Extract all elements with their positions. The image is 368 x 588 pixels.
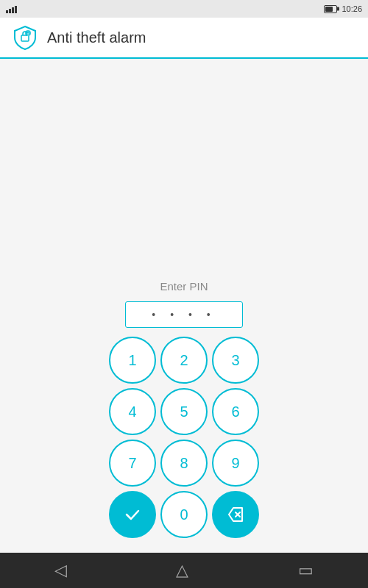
key-7[interactable]: 7 bbox=[109, 440, 156, 487]
key-8[interactable]: 8 bbox=[160, 440, 208, 487]
key-3[interactable]: 3 bbox=[212, 337, 259, 384]
main-content: Enter PIN • • • • 1 2 3 4 5 6 7 8 9 0 bbox=[0, 59, 368, 553]
keypad: 1 2 3 4 5 6 7 8 9 0 bbox=[109, 337, 259, 538]
pin-dots: • • • • bbox=[152, 309, 216, 320]
app-icon: ! bbox=[12, 24, 38, 51]
status-bar-left bbox=[6, 4, 18, 13]
pin-display: • • • • bbox=[125, 301, 243, 328]
nav-home-button[interactable]: △ bbox=[176, 561, 188, 580]
battery-icon bbox=[324, 5, 337, 13]
key-2[interactable]: 2 bbox=[160, 337, 208, 384]
svg-text:!: ! bbox=[27, 32, 29, 37]
key-1[interactable]: 1 bbox=[109, 337, 156, 384]
signal-icon bbox=[6, 4, 18, 13]
nav-back-button[interactable]: ◁ bbox=[54, 561, 67, 580]
key-confirm[interactable] bbox=[109, 491, 156, 538]
nav-recent-button[interactable]: ▭ bbox=[298, 561, 314, 580]
status-bar: 10:26 bbox=[0, 0, 368, 18]
key-delete[interactable] bbox=[212, 491, 259, 538]
key-9[interactable]: 9 bbox=[212, 440, 259, 487]
app-title: Anti theft alarm bbox=[47, 29, 146, 46]
status-bar-right: 10:26 bbox=[324, 4, 362, 13]
status-time: 10:26 bbox=[342, 4, 362, 13]
key-5[interactable]: 5 bbox=[160, 388, 208, 435]
nav-bar: ◁ △ ▭ bbox=[0, 553, 368, 588]
pin-label: Enter PIN bbox=[160, 280, 208, 293]
pin-section: Enter PIN • • • • 1 2 3 4 5 6 7 8 9 0 bbox=[109, 280, 259, 538]
app-bar: ! Anti theft alarm bbox=[0, 18, 368, 59]
key-0[interactable]: 0 bbox=[160, 491, 208, 538]
key-6[interactable]: 6 bbox=[212, 388, 259, 435]
key-4[interactable]: 4 bbox=[109, 388, 156, 435]
